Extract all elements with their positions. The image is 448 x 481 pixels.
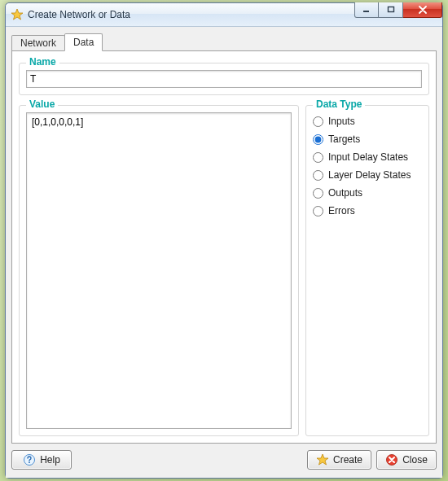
radio-label: Targets (328, 133, 360, 145)
svg-marker-5 (317, 454, 328, 465)
title-bar[interactable]: Create Network or Data (6, 3, 442, 27)
app-icon (11, 8, 24, 21)
radio-input[interactable] (313, 170, 323, 181)
name-input[interactable] (26, 70, 422, 88)
window-controls (354, 3, 442, 26)
window-close-button[interactable] (403, 2, 442, 18)
minimize-button[interactable] (354, 2, 379, 18)
data-type-radio-group: InputsTargetsInput Delay StatesLayer Del… (313, 112, 422, 216)
help-icon (23, 453, 36, 466)
dialog-footer: Help Create Close (11, 444, 437, 471)
help-button-label: Help (40, 454, 60, 466)
row-value-type: Value [0,1,0,0,0,1] Data Type InputsTarg… (19, 100, 429, 436)
close-button-label: Close (402, 454, 428, 466)
tab-panel-data: Name Value [0,1,0,0,0,1] Data Type Input… (11, 50, 437, 444)
star-icon (316, 453, 329, 466)
window-title: Create Network or Data (28, 9, 354, 20)
help-button[interactable]: Help (11, 450, 72, 470)
radio-input[interactable] (313, 116, 323, 127)
radio-label: Input Delay States (328, 151, 408, 163)
radio-label: Outputs (328, 187, 362, 199)
tab-data[interactable]: Data (64, 33, 103, 51)
client-area: Network Data Name Value [0,1,0,0,0,1] Da… (6, 27, 442, 478)
radio-label: Inputs (328, 116, 355, 127)
radio-input[interactable] (313, 206, 323, 216)
radio-input[interactable] (313, 152, 323, 163)
radio-input[interactable] (313, 188, 323, 199)
svg-marker-0 (11, 9, 23, 20)
svg-rect-2 (388, 7, 393, 12)
tab-network[interactable]: Network (11, 35, 65, 50)
radio-label: Layer Delay States (328, 169, 411, 181)
legend-name: Name (26, 56, 59, 68)
svg-rect-1 (363, 11, 369, 12)
create-button-label: Create (333, 454, 362, 466)
dialog-window: Create Network or Data Network Data Na (5, 2, 443, 479)
tab-network-label: Network (20, 37, 56, 49)
close-icon (385, 453, 398, 466)
legend-value: Value (26, 98, 58, 110)
create-button[interactable]: Create (307, 450, 371, 470)
tab-data-label: Data (73, 37, 94, 48)
svg-point-4 (29, 461, 30, 463)
radio-item[interactable]: Input Delay States (313, 151, 422, 163)
maximize-button[interactable] (379, 2, 403, 18)
fieldset-name: Name (19, 63, 429, 95)
radio-item[interactable]: Targets (313, 133, 422, 145)
radio-item[interactable]: Outputs (313, 187, 422, 199)
radio-item[interactable]: Errors (313, 205, 422, 216)
legend-data-type: Data Type (313, 98, 365, 110)
close-button[interactable]: Close (376, 450, 437, 470)
radio-item[interactable]: Inputs (313, 116, 422, 127)
fieldset-data-type: Data Type InputsTargetsInput Delay State… (305, 105, 429, 436)
fieldset-value: Value [0,1,0,0,0,1] (19, 105, 299, 436)
value-textarea[interactable]: [0,1,0,0,0,1] (26, 112, 292, 429)
radio-item[interactable]: Layer Delay States (313, 169, 422, 181)
radio-input[interactable] (313, 134, 323, 145)
radio-label: Errors (328, 205, 355, 216)
tab-strip: Network Data (11, 33, 437, 50)
